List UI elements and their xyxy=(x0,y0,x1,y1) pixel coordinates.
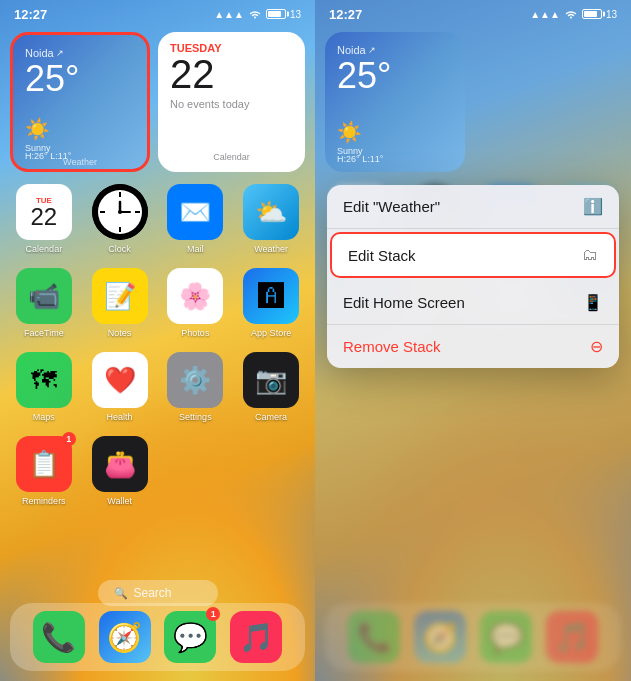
status-time-right: 12:27 xyxy=(329,7,362,22)
weather-temp-left: 25° xyxy=(25,61,135,97)
app-weather-label: Weather xyxy=(254,244,288,254)
app-settings-label: Settings xyxy=(179,412,212,422)
cal-label-left: Calendar xyxy=(170,152,293,162)
wifi-icon-right xyxy=(564,9,578,19)
status-bar-left: 12:27 ▲▲▲ 13 xyxy=(0,0,315,28)
right-content: 12:27 ▲▲▲ 13 Noida ↗ 25° ☀️ xyxy=(315,0,631,681)
app-clock[interactable]: Clock xyxy=(86,184,154,254)
menu-remove-stack-label: Remove Stack xyxy=(343,338,441,355)
app-maps[interactable]: 🗺 Maps xyxy=(10,352,78,422)
dock-left: 📞 🧭 💬 1 🎵 xyxy=(10,603,305,671)
dock-safari[interactable]: 🧭 xyxy=(99,611,151,663)
app-mail[interactable]: ✉️ Mail xyxy=(162,184,230,254)
status-icons-left: ▲▲▲ 13 xyxy=(214,9,301,20)
battery-icon-right xyxy=(582,9,602,19)
app-maps-label: Maps xyxy=(33,412,55,422)
menu-edit-stack-label: Edit Stack xyxy=(348,247,416,264)
app-wallet[interactable]: 👛 Wallet xyxy=(86,436,154,506)
app-photos[interactable]: 🌸 Photos xyxy=(162,268,230,338)
app-notes[interactable]: 📝 Notes xyxy=(86,268,154,338)
app-mail-label: Mail xyxy=(187,244,204,254)
app-notes-label: Notes xyxy=(108,328,132,338)
app-appstore[interactable]: 🅰 App Store xyxy=(237,268,305,338)
clock-icon xyxy=(92,184,148,240)
app-calendar-label: Calendar xyxy=(26,244,63,254)
app-appstore-label: App Store xyxy=(251,328,291,338)
menu-item-remove-stack[interactable]: Remove Stack ⊖ xyxy=(327,325,619,368)
apps-grid-left: TUE 22 Calendar xyxy=(10,184,305,506)
app-calendar[interactable]: TUE 22 Calendar xyxy=(10,184,78,254)
weather-label-left: Weather xyxy=(13,157,147,167)
reminders-badge: 1 xyxy=(62,432,76,446)
menu-item-edit-home[interactable]: Edit Home Screen 📱 xyxy=(327,281,619,325)
weather-widget-left[interactable]: Noida ↗ 25° ☀️ Sunny H:26° L:11° Weather xyxy=(10,32,150,172)
right-panel: 12:27 ▲▲▲ 13 Noida ↗ 25° ☀️ xyxy=(315,0,631,681)
cal-no-events-left: No events today xyxy=(170,98,293,110)
context-menu: Edit "Weather" ℹ️ Edit Stack 🗂 Edit Home… xyxy=(327,185,619,368)
weather-sunny-icon-right: ☀️ xyxy=(337,120,362,144)
dock-phone[interactable]: 📞 xyxy=(33,611,85,663)
status-icons-right: ▲▲▲ 13 xyxy=(530,9,617,20)
search-label: Search xyxy=(134,586,172,600)
app-health[interactable]: ❤️ Health xyxy=(86,352,154,422)
app-wallet-label: Wallet xyxy=(107,496,132,506)
menu-edit-stack-icon: 🗂 xyxy=(582,246,598,264)
menu-edit-weather-icon: ℹ️ xyxy=(583,197,603,216)
cal-day-left: 22 xyxy=(170,54,293,94)
menu-edit-weather-label: Edit "Weather" xyxy=(343,198,440,215)
battery-level-right: 13 xyxy=(606,9,617,20)
menu-edit-home-icon: 📱 xyxy=(583,293,603,312)
wifi-icon xyxy=(248,9,262,19)
signal-icon-right: ▲▲▲ xyxy=(530,9,560,20)
app-settings[interactable]: ⚙️ Settings xyxy=(162,352,230,422)
menu-edit-home-label: Edit Home Screen xyxy=(343,294,465,311)
app-camera-label: Camera xyxy=(255,412,287,422)
app-camera[interactable]: 📷 Camera xyxy=(237,352,305,422)
weather-hl-right: H:26° L:11° xyxy=(337,154,383,164)
menu-item-edit-weather[interactable]: Edit "Weather" ℹ️ xyxy=(327,185,619,229)
status-bar-right: 12:27 ▲▲▲ 13 xyxy=(315,0,631,28)
app-reminders-label: Reminders xyxy=(22,496,66,506)
weather-sunny-icon: ☀️ xyxy=(25,117,50,141)
battery-level-left: 13 xyxy=(290,9,301,20)
app-clock-label: Clock xyxy=(108,244,131,254)
left-panel: 12:27 ▲▲▲ 13 Noida ↗ 25° ☀️ Sunny xyxy=(0,0,315,681)
dock-music[interactable]: 🎵 xyxy=(230,611,282,663)
dock-messages[interactable]: 💬 1 xyxy=(164,611,216,663)
app-weather[interactable]: ⛅ Weather xyxy=(237,184,305,254)
status-time-left: 12:27 xyxy=(14,7,47,22)
signal-icon: ▲▲▲ xyxy=(214,9,244,20)
right-dock: 📞 🧭 💬 🎵 xyxy=(325,603,621,671)
menu-item-edit-stack[interactable]: Edit Stack 🗂 xyxy=(330,232,616,278)
app-facetime[interactable]: 📹 FaceTime xyxy=(10,268,78,338)
widgets-row: Noida ↗ 25° ☀️ Sunny H:26° L:11° Weather… xyxy=(10,32,305,172)
app-facetime-label: FaceTime xyxy=(24,328,64,338)
weather-temp-right: 25° xyxy=(337,58,453,94)
weather-widget-right[interactable]: Noida ↗ 25° ☀️ Sunny H:26° L:11° xyxy=(325,32,465,172)
app-health-label: Health xyxy=(107,412,133,422)
app-photos-label: Photos xyxy=(181,328,209,338)
calendar-widget-left[interactable]: TUESDAY 22 No events today Calendar xyxy=(158,32,305,172)
search-icon: 🔍 xyxy=(114,587,128,600)
battery-icon-left xyxy=(266,9,286,19)
menu-remove-stack-icon: ⊖ xyxy=(590,337,603,356)
app-reminders[interactable]: 📋 1 Reminders xyxy=(10,436,78,506)
messages-badge: 1 xyxy=(206,607,220,621)
